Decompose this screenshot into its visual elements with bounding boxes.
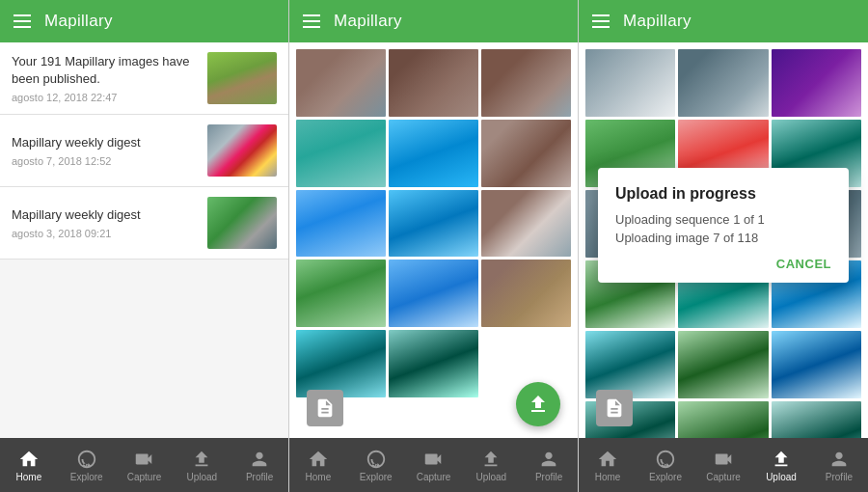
upload-fab-icon: [527, 393, 550, 416]
nav-capture-label-2: Capture: [417, 472, 451, 482]
home-icon: [18, 449, 40, 470]
nav-explore-label-2: Explore: [360, 472, 393, 482]
bottom-nav-2: Home Explore Capture Upload Profile: [289, 438, 578, 492]
notif-title: Mapillary weekly digest: [12, 206, 198, 224]
cancel-upload-button[interactable]: CANCEL: [615, 257, 831, 271]
nav-capture[interactable]: Capture: [116, 438, 174, 492]
photo-cell[interactable]: [296, 190, 386, 258]
upload-icon-2: [480, 449, 502, 470]
nav-home-label-3: Home: [595, 472, 621, 482]
panel-notifications: Mapillary Your 191 Mapillary images have…: [0, 0, 289, 492]
photo-cell[interactable]: [585, 331, 675, 398]
photo-cell[interactable]: [772, 401, 861, 438]
notifications-list: Your 191 Mapillary images have been publ…: [0, 42, 288, 438]
notif-date: agosto 3, 2018 09:21: [12, 228, 198, 239]
upload-modal: Upload in progress Uploading sequence 1 …: [598, 168, 849, 283]
photo-cell[interactable]: [481, 49, 571, 117]
upload-sequence-line: Uploading sequence 1 of 1: [615, 212, 831, 227]
nav-explore-label: Explore: [70, 472, 103, 482]
photo-grid: [293, 46, 574, 438]
notif-title: Mapillary weekly digest: [12, 134, 198, 151]
header-3: Mapillary: [579, 0, 868, 42]
document-icon-3: [604, 397, 625, 419]
menu-icon-3[interactable]: [592, 14, 610, 28]
photo-cell[interactable]: [389, 190, 478, 258]
profile-icon: [249, 449, 270, 470]
nav-home[interactable]: Home: [0, 438, 58, 492]
menu-icon-2[interactable]: [303, 14, 320, 28]
photo-cell[interactable]: [481, 260, 571, 327]
explore-icon: [76, 449, 97, 470]
explore-icon-3: [655, 449, 676, 470]
nav-profile[interactable]: Profile: [231, 438, 288, 492]
panel-photo-grid: Mapillary: [289, 0, 579, 492]
notif-text-block: Mapillary weekly digest agosto 3, 2018 0…: [12, 206, 198, 239]
photo-cell[interactable]: [481, 120, 571, 187]
upload-icon-3: [771, 449, 792, 470]
upload-modal-title: Upload in progress: [615, 185, 831, 203]
upload-icon: [191, 449, 212, 470]
photo-cell[interactable]: [481, 190, 571, 258]
nav-home-label-2: Home: [306, 472, 332, 482]
nav-home-label: Home: [16, 472, 42, 482]
nav-explore[interactable]: Explore: [58, 438, 116, 492]
app-title-2: Mapillary: [334, 12, 402, 31]
notification-item[interactable]: Mapillary weekly digest agosto 3, 2018 0…: [0, 187, 288, 260]
fab-upload-button[interactable]: [516, 382, 560, 426]
nav-upload[interactable]: Upload: [173, 438, 231, 492]
photo-cell[interactable]: [389, 260, 478, 327]
nav-capture-label: Capture: [127, 472, 162, 482]
notification-item[interactable]: Your 191 Mapillary images have been publ…: [0, 42, 288, 115]
nav-upload-3[interactable]: Upload: [752, 438, 810, 492]
photo-cell[interactable]: [678, 331, 768, 398]
upload-image-line: Uploading image 7 of 118: [615, 231, 831, 245]
photo-cell[interactable]: [389, 120, 478, 187]
profile-icon-2: [538, 449, 559, 470]
nav-upload-2[interactable]: Upload: [462, 438, 520, 492]
document-icon: [314, 397, 336, 419]
home-icon-3: [597, 449, 618, 470]
nav-explore-3[interactable]: Explore: [637, 438, 694, 492]
photo-cell[interactable]: [296, 49, 386, 117]
header-2: Mapillary: [289, 0, 578, 42]
photo-cell-empty: [389, 400, 478, 438]
nav-home-3[interactable]: Home: [579, 438, 637, 492]
profile-icon-3: [828, 449, 850, 470]
photo-cell[interactable]: [296, 330, 386, 397]
document-button-3[interactable]: [596, 390, 633, 426]
photo-cell[interactable]: [296, 260, 386, 327]
notif-thumbnail: [207, 124, 277, 177]
nav-profile-label-3: Profile: [826, 472, 853, 482]
nav-upload-label-2: Upload: [475, 472, 506, 482]
photo-grid-content: [289, 42, 578, 438]
photo-cell[interactable]: [678, 401, 768, 438]
header-1: Mapillary: [0, 0, 288, 42]
nav-profile-3[interactable]: Profile: [810, 438, 868, 492]
notif-date: agosto 7, 2018 12:52: [12, 155, 198, 167]
photo-cell[interactable]: [389, 49, 478, 117]
nav-explore-2[interactable]: Explore: [347, 438, 405, 492]
photo-cell[interactable]: [772, 49, 861, 117]
capture-icon: [133, 449, 154, 470]
photo-cell[interactable]: [772, 331, 861, 398]
bottom-nav-3: Home Explore Capture Upload Profile: [579, 438, 868, 492]
nav-profile-2[interactable]: Profile: [520, 438, 578, 492]
app-title-3: Mapillary: [623, 12, 692, 31]
photo-cell[interactable]: [678, 49, 768, 117]
photo-cell[interactable]: [585, 49, 675, 117]
nav-capture-3[interactable]: Capture: [694, 438, 752, 492]
notif-thumbnail: [207, 197, 277, 249]
document-button[interactable]: [307, 390, 343, 426]
explore-icon-2: [366, 449, 387, 470]
notif-thumbnail: [207, 52, 277, 104]
notif-text-block: Your 191 Mapillary images have been publ…: [12, 53, 198, 103]
notification-item[interactable]: Mapillary weekly digest agosto 7, 2018 1…: [0, 115, 288, 187]
photo-cell[interactable]: [389, 330, 478, 397]
nav-home-2[interactable]: Home: [289, 438, 347, 492]
photo-cell[interactable]: [296, 120, 386, 187]
nav-profile-label: Profile: [246, 472, 273, 482]
panel-upload: Mapillary Upload in progress Uploadi: [579, 0, 868, 492]
nav-profile-label-2: Profile: [535, 472, 562, 482]
menu-icon[interactable]: [14, 14, 31, 28]
nav-capture-2[interactable]: Capture: [405, 438, 463, 492]
